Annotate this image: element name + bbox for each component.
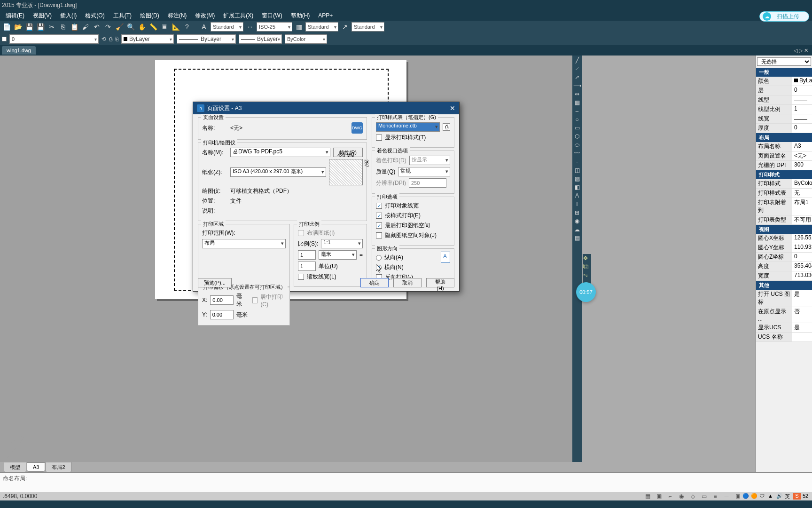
tray-sogou-icon[interactable]: S bbox=[793, 493, 801, 500]
filetab-controls[interactable]: ◁ ▷ ✕ bbox=[790, 48, 812, 54]
opt1-checkbox[interactable]: ✓ bbox=[376, 203, 382, 209]
scale-unit-input[interactable] bbox=[298, 262, 316, 271]
extent-combo[interactable]: 布局 bbox=[202, 239, 286, 248]
scale-mm-unit[interactable]: 毫米 bbox=[319, 250, 357, 260]
scale-mm-input[interactable] bbox=[298, 250, 316, 260]
rect-icon[interactable]: ▭ bbox=[573, 124, 581, 132]
grid-toggle-icon[interactable]: ▦ bbox=[644, 492, 651, 500]
menu-window[interactable]: 窗口(W) bbox=[258, 11, 286, 21]
prop-lw-value[interactable] bbox=[792, 114, 812, 123]
layer-combo[interactable]: 0 bbox=[9, 34, 99, 44]
prop-ucsname-value[interactable] bbox=[792, 333, 812, 341]
text-icon[interactable]: A bbox=[573, 192, 581, 199]
prop-dpi-value[interactable]: 300 bbox=[792, 161, 812, 170]
dim-icon[interactable]: 📐 bbox=[171, 22, 180, 32]
prop-ucs1-value[interactable]: 是 bbox=[792, 290, 812, 307]
prop-linetype-value[interactable] bbox=[792, 95, 812, 104]
menu-express[interactable]: 扩展工具(X) bbox=[219, 11, 257, 21]
tray-lang[interactable]: 英 bbox=[785, 493, 791, 500]
ray-icon[interactable]: ⟶ bbox=[573, 82, 581, 89]
tray-icon[interactable]: ▲ bbox=[768, 493, 774, 500]
prop-cx-value[interactable]: 126.5511 bbox=[792, 234, 812, 243]
menu-app[interactable]: APP+ bbox=[314, 11, 336, 20]
wipeout-icon[interactable]: ▤ bbox=[573, 234, 581, 242]
prop-ps-value[interactable]: ByColor bbox=[792, 179, 812, 188]
lw-toggle-icon[interactable]: ═ bbox=[723, 492, 730, 500]
erase-icon[interactable]: 🧹 bbox=[115, 22, 124, 32]
tray-icon[interactable]: 🔊 bbox=[776, 493, 783, 500]
prop-ltscale-value[interactable]: 1 bbox=[792, 105, 812, 114]
menu-dimension[interactable]: 标注(N) bbox=[164, 11, 191, 21]
tray-icon[interactable]: 🔵 bbox=[742, 493, 749, 500]
pline-icon[interactable]: ⟋ bbox=[573, 65, 581, 72]
tray-icon[interactable]: 🛡 bbox=[759, 493, 766, 500]
timer-badge[interactable]: 00:57 bbox=[576, 282, 596, 302]
paint-icon[interactable]: 🖌 bbox=[81, 22, 90, 32]
menu-view[interactable]: 视图(V) bbox=[29, 11, 55, 21]
osnap-toggle-icon[interactable]: ◇ bbox=[689, 492, 696, 500]
table2-icon[interactable]: ⊞ bbox=[573, 209, 581, 216]
y-input[interactable] bbox=[210, 310, 234, 319]
dialog-titlebar[interactable]: h 页面设置 - A3 ✕ bbox=[193, 102, 459, 114]
polygon-icon[interactable]: ⬡ bbox=[573, 133, 581, 140]
upload-button[interactable]: ☁扫描上传 bbox=[759, 11, 809, 22]
prop-ucs2-value[interactable]: 否 bbox=[792, 307, 812, 323]
close-icon[interactable]: ✕ bbox=[450, 104, 455, 112]
tab-layout2[interactable]: 布局2 bbox=[46, 462, 71, 473]
ok-button[interactable]: 确定 bbox=[360, 278, 389, 287]
copy2-icon[interactable]: ⿻ bbox=[583, 263, 591, 271]
circle-icon[interactable]: ○ bbox=[573, 116, 581, 123]
spline-icon[interactable]: 〰 bbox=[573, 150, 581, 157]
dimstyle-combo[interactable]: ISO-25 bbox=[257, 22, 292, 32]
tab-a3[interactable]: A3 bbox=[27, 462, 45, 472]
mleaderstyle-combo[interactable]: Standard bbox=[351, 22, 384, 32]
arc-icon[interactable]: ⌢ bbox=[573, 107, 581, 115]
prop-pst-value[interactable]: 无 bbox=[792, 189, 812, 198]
lineweight-combo[interactable]: ByLayer bbox=[239, 34, 282, 44]
paper-combo[interactable]: ISO A3 (420.00 x 297.00 毫米) bbox=[230, 167, 326, 177]
dyn-toggle-icon[interactable]: ≡ bbox=[711, 492, 719, 500]
layer-bk-icon[interactable]: ⎗ bbox=[115, 36, 118, 42]
mleader-icon[interactable]: ↗ bbox=[340, 22, 350, 32]
point-icon[interactable]: · bbox=[573, 158, 581, 166]
pst-edit-icon[interactable]: ⎙ bbox=[443, 123, 450, 131]
menu-modify[interactable]: 修改(M) bbox=[191, 11, 219, 21]
polar-toggle-icon[interactable]: ◉ bbox=[678, 492, 685, 500]
prop-psta-value[interactable]: 布局1 bbox=[792, 198, 812, 215]
tray-count[interactable]: 52 bbox=[803, 493, 809, 500]
open-icon[interactable]: 📂 bbox=[13, 22, 23, 32]
x-input[interactable] bbox=[210, 295, 234, 305]
line-icon[interactable]: ╱ bbox=[573, 56, 581, 64]
mirror-icon[interactable]: ⇋ bbox=[583, 272, 591, 279]
xline-icon[interactable]: ⇔ bbox=[573, 90, 581, 98]
prop-pstt-value[interactable]: 不可用 bbox=[792, 215, 812, 224]
save-all-icon[interactable]: 💾 bbox=[36, 22, 45, 32]
command-line[interactable]: 命名布局: bbox=[0, 472, 812, 492]
prop-layoutname-value[interactable]: A3 bbox=[792, 142, 812, 151]
snap-toggle-icon[interactable]: ▣ bbox=[655, 492, 663, 500]
opt4-checkbox[interactable] bbox=[376, 232, 382, 238]
linetype-combo[interactable]: ByLayer bbox=[177, 34, 236, 44]
menu-draw[interactable]: 绘图(D) bbox=[136, 11, 163, 21]
donut-icon[interactable]: ◉ bbox=[573, 217, 581, 225]
plotstyle-combo[interactable]: ByColor bbox=[285, 34, 327, 44]
menu-tools[interactable]: 工具(T) bbox=[109, 11, 135, 21]
move-icon[interactable]: ✥ bbox=[583, 255, 591, 262]
pst-combo[interactable]: Monochrome.ctb bbox=[376, 122, 440, 132]
prop-layer-value[interactable]: 0 bbox=[792, 86, 812, 95]
grid-icon[interactable]: ▦ bbox=[573, 99, 581, 106]
new-icon[interactable]: 📄 bbox=[2, 22, 11, 32]
cloud-icon2[interactable]: ☁ bbox=[573, 226, 581, 233]
mtext-icon[interactable]: T bbox=[573, 200, 581, 208]
table-icon[interactable]: ▦ bbox=[294, 22, 304, 32]
help-icon[interactable]: ? bbox=[182, 22, 192, 32]
textstyle-combo[interactable]: Standard bbox=[211, 22, 243, 32]
portrait-radio[interactable] bbox=[376, 255, 382, 261]
prop-h-value[interactable]: 355.4047 bbox=[792, 262, 812, 271]
block-icon[interactable]: ◫ bbox=[573, 167, 581, 174]
opt2-checkbox[interactable]: ✓ bbox=[376, 213, 382, 219]
prop-cz-value[interactable]: 0 bbox=[792, 253, 812, 262]
prop-color-value[interactable]: ByLay bbox=[792, 77, 812, 86]
tray-icon[interactable]: 🟠 bbox=[751, 493, 757, 500]
dist-icon[interactable]: 📏 bbox=[148, 22, 158, 32]
